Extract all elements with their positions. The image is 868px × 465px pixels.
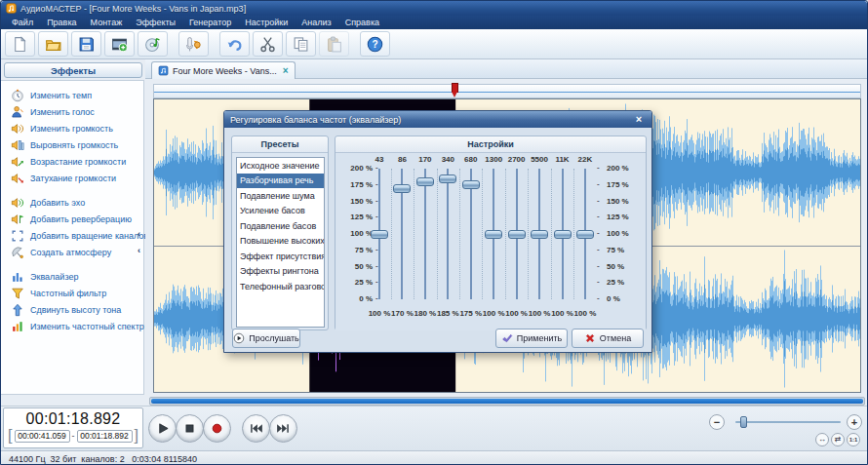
sidebar-item[interactable]: Изменить громкость [1, 120, 143, 136]
sidebar-item-label: Изменить темп [30, 91, 92, 100]
menu-item[interactable]: Настройки [238, 17, 295, 28]
sidebar-item[interactable]: Добавить вращение каналов‹ [1, 227, 143, 244]
menu-item[interactable]: Анализ [295, 17, 337, 28]
effects-panel-header[interactable]: Эффекты [4, 62, 142, 78]
fit-selection-button[interactable]: ⇄ [831, 433, 845, 446]
preset-item[interactable]: Подавление басов [237, 218, 324, 234]
submenu-expand-icon[interactable]: ‹ [138, 230, 140, 239]
tab-four-more-weeks[interactable]: Four More Weeks - Vans... × [151, 61, 296, 79]
eq-scale-right-label: 200 % [607, 164, 644, 174]
selection-dash: - [72, 431, 75, 441]
menu-item[interactable]: Файл [5, 17, 40, 28]
open-folder-button[interactable] [38, 31, 68, 57]
fit-width-button[interactable]: ↔ [815, 433, 829, 446]
preset-item[interactable]: Разборчивая речь [237, 174, 324, 189]
selection-start-field[interactable]: 00:00:41.059 [15, 430, 70, 443]
apply-check-icon [501, 332, 513, 344]
menu-item[interactable]: Монтаж [84, 17, 130, 28]
menu-item[interactable]: Правка [40, 17, 83, 28]
eq-scale-tick: - [597, 261, 600, 271]
play-icon [155, 421, 170, 436]
cut-button[interactable] [253, 31, 283, 57]
sidebar-item[interactable]: Эквалайзер [1, 268, 143, 285]
preset-item[interactable]: Телефонный разговор [237, 279, 324, 294]
menu-item[interactable]: Справка [338, 17, 386, 28]
preset-item[interactable]: Эффект присутствия [237, 249, 324, 264]
dialog-close-icon[interactable]: × [632, 113, 646, 126]
selection-end-field[interactable]: 00:01:18.892 [77, 430, 133, 443]
scrollbar-thumb[interactable] [151, 399, 863, 404]
save-file-button[interactable] [71, 31, 101, 57]
horizontal-scrollbar[interactable] [149, 397, 865, 406]
eq-scale-left-label: 50 % [337, 262, 373, 272]
sidebar-item[interactable]: Сдвинуть высоту тона [1, 301, 143, 318]
help-button[interactable]: ? [360, 31, 390, 57]
eq-scale-left-label: 75 % [337, 246, 373, 255]
sidebar-item[interactable]: Изменить частотный спектр [1, 318, 143, 334]
zoom-in-button[interactable]: + [847, 414, 862, 430]
atmosphere-icon [11, 246, 24, 259]
undo-icon [226, 36, 243, 53]
record-sound-button[interactable] [178, 31, 209, 57]
sidebar-item-label: Добавить эхо [30, 198, 85, 208]
menu-item[interactable]: Генератор [182, 17, 238, 28]
skip-to-end-button[interactable] [269, 414, 297, 443]
sidebar-item[interactable]: Добавить эхо [1, 194, 143, 211]
stop-button[interactable] [176, 414, 204, 443]
eq-slider-handle[interactable] [531, 230, 548, 239]
skip-to-start-button[interactable] [242, 414, 270, 443]
apply-button-label: Применить [517, 333, 563, 343]
grab-from-cd-button[interactable] [138, 31, 168, 57]
copy-button[interactable] [286, 31, 316, 57]
submenu-expand-icon[interactable]: ‹ [138, 247, 140, 255]
actual-size-button[interactable]: 1:1 [847, 433, 860, 446]
eq-slider-handle[interactable] [554, 230, 572, 239]
eq-slider-handle[interactable] [371, 230, 388, 239]
play-button[interactable] [148, 414, 177, 443]
record-button[interactable] [203, 414, 231, 443]
cancel-button[interactable]: Отмена [572, 329, 644, 348]
tab-close-icon[interactable]: × [283, 65, 289, 76]
undo-button[interactable] [219, 31, 250, 57]
sidebar-item[interactable]: Изменить голос [1, 103, 143, 120]
eq-slider-handle[interactable] [462, 180, 480, 189]
zoom-out-button[interactable]: − [709, 414, 725, 430]
eq-slider-track[interactable] [447, 169, 449, 299]
zoom-slider-track[interactable] [735, 421, 841, 423]
grab-from-cd-icon [144, 36, 161, 53]
menu-item[interactable]: Эффекты [129, 17, 182, 28]
playhead-marker[interactable] [452, 83, 458, 93]
eq-frequency-label: 22K [572, 155, 599, 164]
timeline-ruler[interactable] [153, 84, 861, 98]
eq-scale-left-label: 100 % [337, 229, 373, 239]
listen-button[interactable]: Прослушать [232, 329, 300, 348]
sidebar-item[interactable]: Выровнять громкость [1, 136, 143, 153]
sidebar-item[interactable]: Возрастание громкости [1, 153, 143, 170]
apply-button[interactable]: Применить [495, 329, 568, 348]
sidebar-item[interactable]: Создать атмосферу‹ [1, 244, 143, 260]
preset-item[interactable]: Усиление басов [237, 204, 324, 219]
eq-guide-line [437, 169, 438, 299]
preset-item[interactable]: Подавление шума [237, 188, 324, 204]
preset-item[interactable]: Исходное значение [237, 158, 324, 174]
presets-list[interactable]: Исходное значениеРазборчивая речьПодавле… [236, 157, 325, 328]
listen-play-icon [233, 332, 245, 344]
dialog-title-bar[interactable]: Регулировка баланса частот (эквалайзер) … [224, 111, 651, 128]
eq-slider-handle[interactable] [393, 184, 411, 193]
eq-slider-handle[interactable] [439, 174, 456, 183]
new-file-button[interactable] [5, 31, 35, 57]
preset-item[interactable]: Повышение высоких [237, 234, 324, 250]
sidebar-item[interactable]: Изменить темп [1, 87, 143, 103]
extract-audio-from-video-button[interactable] [104, 31, 135, 57]
volume-speaker-icon [11, 122, 24, 136]
preset-item[interactable]: Эффекты рингтона [237, 264, 324, 280]
eq-slider-handle[interactable] [576, 230, 594, 239]
sidebar-item[interactable]: Добавить реверберацию [1, 211, 143, 227]
eq-slider-handle[interactable] [485, 230, 502, 239]
zoom-slider-handle[interactable] [740, 416, 747, 428]
sidebar-item[interactable]: Частотный фильтр [1, 285, 143, 301]
eq-slider-handle[interactable] [416, 177, 434, 186]
eq-slider-handle[interactable] [508, 230, 526, 239]
eq-slider-track[interactable] [424, 169, 426, 299]
sidebar-item[interactable]: Затухание громкости [1, 170, 143, 186]
